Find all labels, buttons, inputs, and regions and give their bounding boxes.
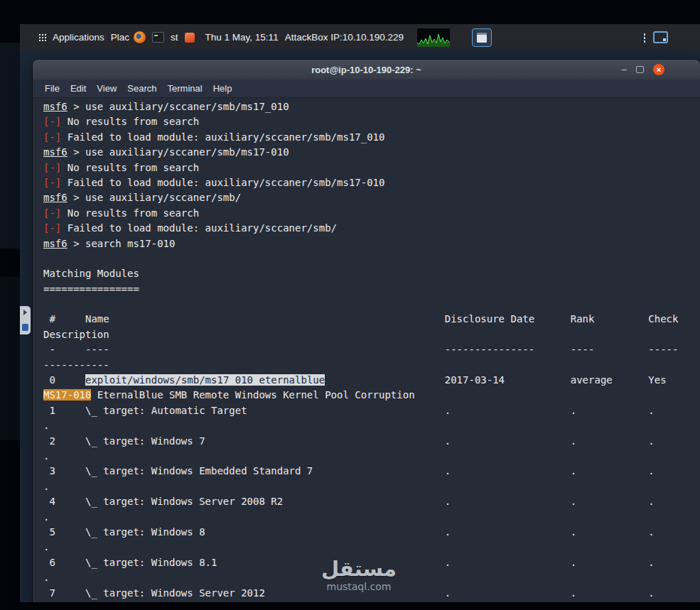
places-label-fragment: st	[171, 32, 178, 43]
terminal-output[interactable]: msf6 > use auxiliary/sccaner/smb/ms17_01…	[33, 98, 700, 602]
menu-terminal[interactable]: Terminal	[168, 83, 203, 94]
window-title: root@ip-10-10-190-229: ~	[311, 65, 421, 75]
menu-edit[interactable]: Edit	[70, 83, 86, 94]
applications-grid-icon	[38, 33, 46, 41]
restore-icon	[636, 66, 644, 73]
edge-panel-handle[interactable]	[20, 306, 31, 334]
top-panel: Applications Plac st Thu 1 May, 15:11 At…	[20, 24, 700, 50]
edge-app-icon	[22, 324, 28, 331]
menu-file[interactable]: File	[45, 83, 60, 94]
places-menu[interactable]: Plac	[111, 32, 129, 43]
background-window-edge-2	[0, 277, 20, 440]
network-monitor-graph[interactable]	[417, 28, 450, 47]
attackbox-ip-label: AttackBox IP:10.10.190.229	[285, 32, 404, 43]
metasploit-launcher-icon[interactable]	[185, 33, 195, 43]
screen: Applications Plac st Thu 1 May, 15:11 At…	[0, 0, 700, 610]
terminal-window-icon	[477, 33, 487, 43]
menu-bar: File Edit View Search Terminal Help	[33, 80, 700, 98]
restore-button[interactable]	[636, 66, 644, 73]
expand-arrow-icon	[23, 310, 27, 315]
menu-help[interactable]: Help	[213, 83, 232, 94]
menu-view[interactable]: View	[97, 83, 117, 94]
menu-dots-icon[interactable]	[643, 33, 646, 43]
window-controls: − ×	[621, 60, 664, 80]
active-app-indicator[interactable]	[472, 28, 492, 47]
menu-search[interactable]: Search	[127, 83, 156, 94]
minimize-button[interactable]: −	[621, 65, 627, 75]
background-window-edge	[0, 43, 20, 249]
clock[interactable]: Thu 1 May, 15:11	[205, 32, 279, 43]
system-tray	[643, 31, 668, 43]
firefox-icon[interactable]	[134, 31, 146, 43]
titlebar[interactable]: root@ip-10-10-190-229: ~ − ×	[33, 60, 700, 80]
close-button[interactable]: ×	[653, 64, 664, 75]
terminal-window: root@ip-10-10-190-229: ~ − × File Edit V…	[33, 60, 700, 602]
terminal-launcher-icon[interactable]	[152, 32, 164, 43]
display-tray-icon[interactable]	[653, 31, 668, 43]
applications-menu[interactable]: Applications	[53, 32, 104, 43]
